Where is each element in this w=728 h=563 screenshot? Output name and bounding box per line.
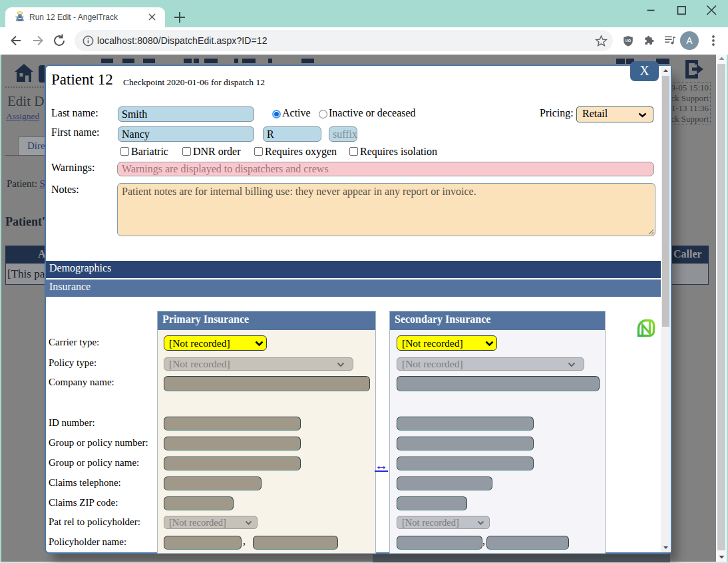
svg-text:UO: UO (626, 39, 632, 43)
